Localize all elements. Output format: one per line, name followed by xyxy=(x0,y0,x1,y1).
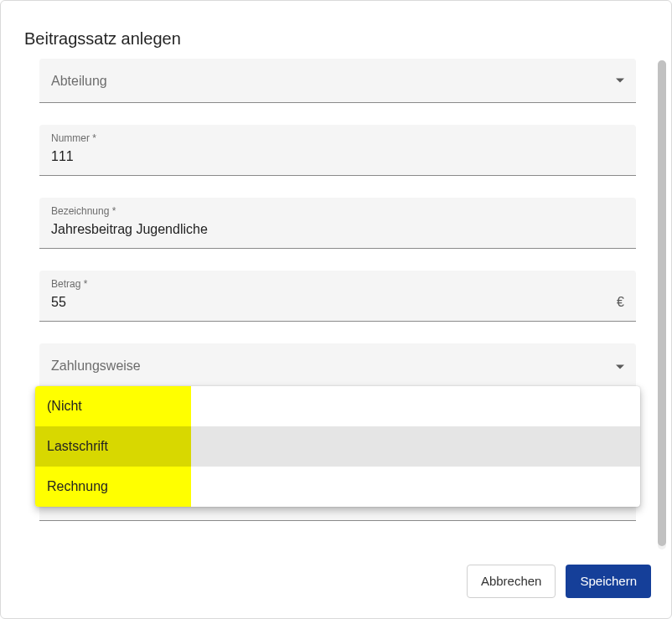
dropdown-option[interactable]: Rechnung xyxy=(35,467,640,507)
abteilung-select[interactable]: Abteilung xyxy=(39,59,636,103)
scrollbar-track[interactable] xyxy=(658,60,666,549)
nummer-input[interactable] xyxy=(51,145,624,170)
dialog-footer: Abbrechen Speichern xyxy=(1,555,671,618)
zahlungsweise-dropdown: (Nicht berücksichtigen) Lastschrift Rech… xyxy=(35,386,640,507)
scrollbar-thumb[interactable] xyxy=(658,60,666,546)
betrag-label: Betrag * xyxy=(51,277,624,291)
scroll-area: Abteilung Nummer * Bezeichnung * Betrag … xyxy=(3,55,669,555)
zahlungsweise-select[interactable]: Zahlungsweise xyxy=(39,343,636,390)
cancel-button[interactable]: Abbrechen xyxy=(467,565,556,598)
save-button[interactable]: Speichern xyxy=(566,565,651,598)
betrag-currency: € xyxy=(610,295,624,310)
betrag-field[interactable]: Betrag * € xyxy=(39,271,636,322)
dropdown-arrow-icon xyxy=(616,364,624,369)
dropdown-option[interactable]: Lastschrift xyxy=(35,426,640,467)
bezeichnung-field[interactable]: Bezeichnung * xyxy=(39,198,636,249)
dialog-create-contribution-rate: Beitragssatz anlegen Abteilung Nummer * … xyxy=(0,0,672,619)
bezeichnung-label: Bezeichnung * xyxy=(51,204,624,218)
bezeichnung-input[interactable] xyxy=(51,218,624,243)
abteilung-placeholder: Abteilung xyxy=(51,74,131,88)
dropdown-arrow-icon xyxy=(616,79,624,83)
dropdown-option[interactable]: (Nicht berücksichtigen) xyxy=(35,386,640,426)
nummer-field[interactable]: Nummer * xyxy=(39,125,636,176)
nummer-label: Nummer * xyxy=(51,132,624,145)
betrag-input[interactable] xyxy=(51,291,610,316)
dialog-title: Beitragssatz anlegen xyxy=(1,1,671,55)
zahlungsweise-placeholder: Zahlungsweise xyxy=(51,359,164,373)
